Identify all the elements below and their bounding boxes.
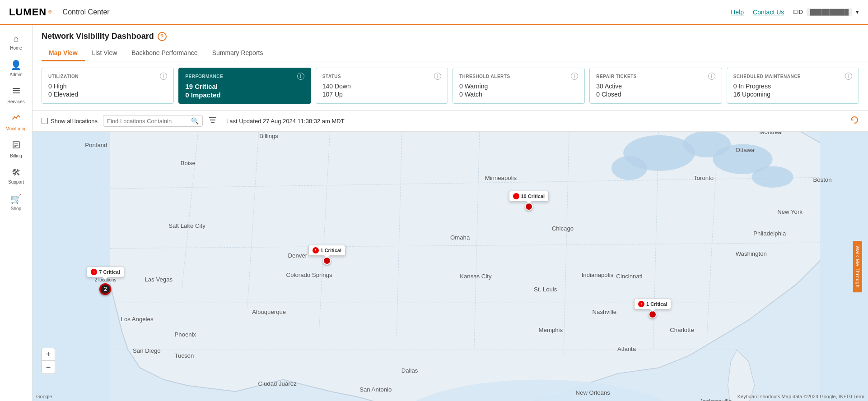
stat-card-threshold-alerts[interactable]: THRESHOLD ALERTS i 0 Warning 0 Watch bbox=[453, 68, 585, 104]
stat-card-title-threshold: THRESHOLD ALERTS bbox=[459, 74, 510, 79]
svg-text:Las Vegas: Las Vegas bbox=[145, 276, 173, 283]
tab-list-view[interactable]: List View bbox=[85, 46, 125, 61]
sidebar-item-shop[interactable]: 🛒 Shop bbox=[0, 189, 32, 216]
stat-card-title-maintenance: SCHEDULED MAINTENANCE bbox=[733, 74, 801, 79]
threshold-val-1: 0 Warning bbox=[459, 83, 578, 90]
zoom-in-button[interactable]: + bbox=[42, 348, 55, 361]
show-all-locations[interactable]: Show all locations bbox=[42, 118, 98, 124]
svg-text:Memphis: Memphis bbox=[539, 327, 563, 333]
svg-text:St. Louis: St. Louis bbox=[534, 286, 557, 293]
performance-val-2: 0 Impacted bbox=[185, 91, 304, 99]
content-area: Network Visibility Dashboard ? Map View … bbox=[33, 25, 868, 401]
shop-icon: 🛒 bbox=[10, 194, 22, 204]
show-all-checkbox[interactable] bbox=[42, 118, 48, 124]
marker-bubble-atlanta: ! 1 Critical bbox=[634, 299, 671, 309]
svg-text:Ciudad Juárez: Ciudad Juárez bbox=[258, 380, 297, 387]
stat-card-title-repair: REPAIR TICKETS bbox=[596, 74, 637, 79]
marker-bubble-minneapolis: ! 10 Critical bbox=[509, 191, 549, 202]
marker-bubble-denver: ! 1 Critical bbox=[308, 245, 345, 256]
sidebar-label-services: Services bbox=[7, 99, 24, 104]
svg-text:Boston: Boston bbox=[813, 176, 831, 183]
sidebar: ⌂ Home 👤 Admin Services Monitor bbox=[0, 25, 33, 401]
status-info-icon[interactable]: i bbox=[434, 73, 441, 80]
top-nav-left: LUMEN® Control Center bbox=[9, 6, 110, 18]
utilization-val-2: 0 Elevated bbox=[48, 91, 167, 98]
map-area[interactable]: Seattle Spokane Portland Boise Billings … bbox=[33, 132, 868, 401]
svg-text:Montreal: Montreal bbox=[760, 132, 783, 135]
svg-text:San Antonio: San Antonio bbox=[359, 386, 392, 393]
sidebar-item-services[interactable]: Services bbox=[0, 82, 32, 109]
sidebar-label-home: Home bbox=[10, 46, 22, 51]
utilization-info-icon[interactable]: i bbox=[160, 73, 167, 80]
search-input[interactable] bbox=[107, 118, 188, 124]
help-icon[interactable]: ? bbox=[158, 32, 167, 41]
sidebar-item-home[interactable]: ⌂ Home bbox=[0, 29, 32, 55]
svg-text:San Diego: San Diego bbox=[133, 347, 161, 354]
repair-info-icon[interactable]: i bbox=[708, 73, 715, 80]
sidebar-item-support[interactable]: 🛠 Support bbox=[0, 163, 32, 189]
tab-map-view[interactable]: Map View bbox=[42, 46, 85, 61]
stat-card-title-status: STATUS bbox=[322, 74, 341, 79]
eid-section: EID ██████████ ▾ bbox=[793, 8, 859, 16]
threshold-val-2: 0 Watch bbox=[459, 91, 578, 98]
marker-label-denver: 1 Critical bbox=[321, 248, 341, 253]
performance-val-1: 19 Critical bbox=[185, 83, 304, 90]
stat-card-performance[interactable]: PERFORMANCE i 19 Critical 0 Impacted bbox=[178, 68, 311, 104]
maintenance-val-1: 0 In Progress bbox=[733, 83, 852, 90]
stat-card-status[interactable]: STATUS i 140 Down 107 Up bbox=[316, 68, 448, 104]
svg-text:Los Angeles: Los Angeles bbox=[121, 316, 154, 323]
stat-card-scheduled-maintenance[interactable]: SCHEDULED MAINTENANCE i 0 In Progress 16… bbox=[727, 68, 859, 104]
svg-text:New York: New York bbox=[777, 208, 803, 215]
threshold-info-icon[interactable]: i bbox=[571, 73, 578, 80]
svg-text:Chicago: Chicago bbox=[552, 225, 574, 232]
repair-val-2: 0 Closed bbox=[596, 91, 715, 98]
show-all-label: Show all locations bbox=[51, 118, 98, 124]
map-zoom-controls: + − bbox=[42, 348, 55, 374]
logo-text: LUMEN bbox=[9, 6, 47, 18]
marker-pin-san-jose: 2 bbox=[99, 283, 111, 295]
crit-dot-denver: ! bbox=[313, 247, 319, 254]
stat-card-utilization[interactable]: UTILIZATION i 0 High 0 Elevated bbox=[42, 68, 174, 104]
eid-value[interactable]: ██████████ bbox=[807, 8, 852, 16]
zoom-out-button[interactable]: − bbox=[42, 361, 55, 373]
svg-text:Boise: Boise bbox=[181, 160, 196, 166]
stat-card-title-performance: PERFORMANCE bbox=[185, 74, 223, 79]
svg-rect-3 bbox=[13, 142, 19, 148]
crit-dot-atlanta: ! bbox=[638, 301, 644, 307]
stat-card-repair-tickets[interactable]: REPAIR TICKETS i 30 Active 0 Closed bbox=[589, 68, 722, 104]
marker-denver[interactable]: ! 1 Critical bbox=[308, 245, 345, 265]
svg-text:New Orleans: New Orleans bbox=[576, 389, 611, 396]
svg-point-27 bbox=[751, 166, 793, 188]
marker-label-san-jose: 7 Critical bbox=[99, 269, 120, 275]
maintenance-info-icon[interactable]: i bbox=[845, 73, 852, 80]
walk-me-through-button[interactable]: Walk Me Through bbox=[853, 241, 862, 292]
stat-card-title-utilization: UTILIZATION bbox=[48, 74, 79, 79]
help-link[interactable]: Help bbox=[731, 9, 744, 16]
sidebar-item-monitoring[interactable]: Monitoring bbox=[0, 109, 32, 136]
repair-val-1: 30 Active bbox=[596, 83, 715, 90]
svg-text:Indianapolis: Indianapolis bbox=[582, 272, 614, 278]
eid-dropdown-icon[interactable]: ▾ bbox=[856, 9, 859, 15]
svg-point-28 bbox=[611, 156, 647, 180]
marker-san-jose[interactable]: ! 7 Critical 2 locations 2 bbox=[87, 267, 124, 295]
marker-atlanta[interactable]: ! 1 Critical bbox=[634, 299, 671, 318]
svg-text:Billings: Billings bbox=[259, 133, 278, 139]
monitoring-icon bbox=[12, 113, 21, 124]
marker-minneapolis[interactable]: ! 10 Critical bbox=[509, 191, 549, 211]
main-layout: ⌂ Home 👤 Admin Services Monitor bbox=[0, 25, 868, 401]
dashboard-title: Network Visibility Dashboard bbox=[42, 32, 154, 41]
status-val-2: 107 Up bbox=[322, 91, 441, 98]
search-icon[interactable]: 🔍 bbox=[191, 117, 199, 124]
performance-info-icon[interactable]: i bbox=[297, 73, 304, 80]
sidebar-item-admin[interactable]: 👤 Admin bbox=[0, 55, 32, 82]
refresh-icon[interactable] bbox=[850, 115, 859, 127]
tab-summary-reports[interactable]: Summary Reports bbox=[205, 46, 271, 61]
svg-text:Atlanta: Atlanta bbox=[617, 346, 636, 352]
sidebar-item-billing[interactable]: Billing bbox=[0, 136, 32, 163]
filter-icon[interactable] bbox=[208, 116, 217, 126]
dashboard-header: Network Visibility Dashboard ? Map View … bbox=[33, 25, 868, 61]
contact-us-link[interactable]: Contact Us bbox=[753, 9, 784, 16]
svg-text:Philadelphia: Philadelphia bbox=[753, 230, 786, 237]
map-footer-left: Google bbox=[36, 394, 52, 399]
tab-backbone-performance[interactable]: Backbone Performance bbox=[124, 46, 205, 61]
